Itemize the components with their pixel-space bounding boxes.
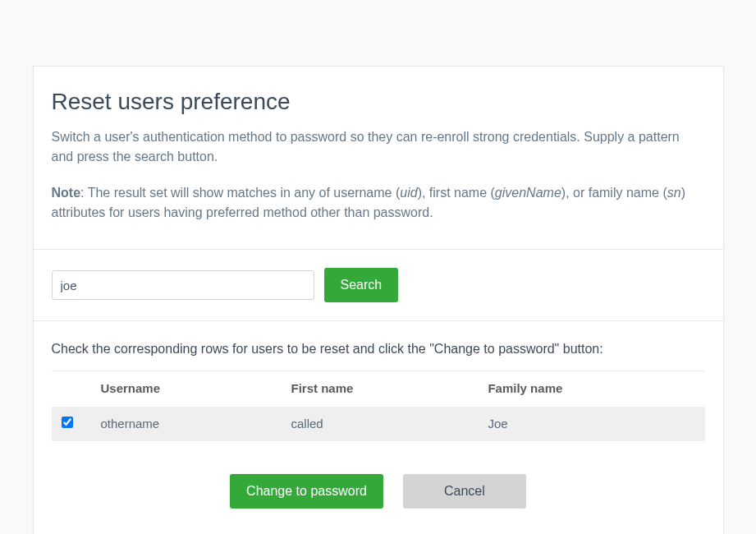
page-title: Reset users preference	[52, 85, 705, 119]
note-label: Note	[52, 186, 81, 200]
results-section: Check the corresponding rows for users t…	[34, 320, 723, 534]
card-header: Reset users preference Switch a user's a…	[34, 67, 723, 249]
change-to-password-button[interactable]: Change to password	[230, 474, 383, 509]
search-button[interactable]: Search	[324, 268, 399, 302]
cancel-button[interactable]: Cancel	[403, 474, 526, 509]
note-attr-sn: sn	[667, 186, 681, 200]
table-row: othername called Joe	[52, 407, 705, 442]
actions-bar: Change to password Cancel	[52, 441, 705, 515]
users-table: Username First name Family name othernam…	[52, 371, 705, 441]
note-attr-givenname: givenName	[495, 186, 561, 200]
note-mid1: ), first name (	[418, 186, 495, 200]
col-username-header: Username	[91, 371, 282, 407]
col-firstname-header: First name	[281, 371, 478, 407]
page-note: Note: The result set will show matches i…	[52, 183, 705, 223]
results-instruction: Check the corresponding rows for users t…	[52, 339, 705, 359]
note-mid2: ), or family name (	[561, 186, 667, 200]
row-checkbox[interactable]	[62, 417, 73, 428]
page-description: Switch a user's authentication method to…	[52, 127, 705, 167]
table-header-row: Username First name Family name	[52, 371, 705, 407]
col-check-header	[52, 371, 91, 407]
reset-preference-card: Reset users preference Switch a user's a…	[33, 66, 724, 534]
cell-username: othername	[91, 407, 282, 442]
cell-familyname: Joe	[478, 407, 704, 442]
cell-firstname: called	[281, 407, 478, 442]
note-prefix: : The result set will show matches in an…	[80, 186, 400, 200]
search-input[interactable]	[52, 270, 314, 300]
search-section: Search	[34, 249, 723, 320]
col-familyname-header: Family name	[478, 371, 704, 407]
note-attr-uid: uid	[400, 186, 417, 200]
